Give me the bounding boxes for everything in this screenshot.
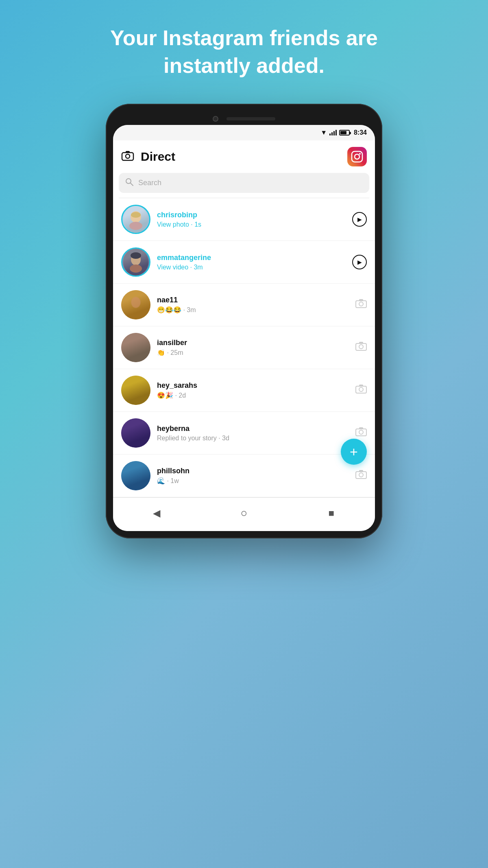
preview-hey-sarahs: 😍🎉 · 2d <box>157 391 349 399</box>
action-emmatangerine[interactable]: ▶ <box>352 255 367 269</box>
svg-point-13 <box>131 252 141 259</box>
instagram-button[interactable] <box>347 147 367 166</box>
recent-icon: ■ <box>328 507 334 519</box>
svg-point-17 <box>359 302 363 306</box>
username-hey-sarahs: hey_sarahs <box>157 381 349 390</box>
phone-camera <box>213 116 218 122</box>
message-item-nae11[interactable]: nae11 😁😂😂 · 3m <box>113 284 375 326</box>
avatar-wrap-iansilber <box>121 333 150 362</box>
svg-point-12 <box>130 265 142 273</box>
svg-point-15 <box>131 297 140 308</box>
app-header: Direct <box>113 140 375 173</box>
messages-list: chrisrobinp View photo · 1s ▶ <box>113 198 375 497</box>
status-icons: ▼ 8:34 <box>320 129 367 136</box>
camera-icon-heyberna[interactable] <box>355 427 367 439</box>
avatar-nae11 <box>121 290 150 319</box>
message-item-hey-sarahs[interactable]: hey_sarahs 😍🎉 · 2d <box>113 369 375 412</box>
message-content-emmatangerine: emmatangerine View video · 3m <box>157 254 346 271</box>
svg-rect-21 <box>359 342 363 344</box>
action-phillsohn[interactable] <box>355 470 367 482</box>
avatar-wrap-phillsohn <box>121 461 150 490</box>
message-item-emmatangerine[interactable]: emmatangerine View video · 3m ▶ <box>113 241 375 284</box>
preview-emmatangerine: View video · 3m <box>157 264 346 271</box>
avatar-phillsohn <box>121 461 150 490</box>
signal-icon <box>329 130 337 136</box>
home-icon: ○ <box>241 507 248 520</box>
username-phillsohn: phillsohn <box>157 467 349 475</box>
username-chrisrobinp: chrisrobinp <box>157 211 346 219</box>
svg-point-4 <box>355 154 359 159</box>
preview-heyberna: Replied to your story · 3d <box>157 435 349 442</box>
avatar-wrap-heyberna <box>121 418 150 448</box>
nav-home-button[interactable]: ○ <box>234 505 254 521</box>
camera-icon-hey-sarahs[interactable] <box>355 384 367 397</box>
svg-rect-24 <box>359 385 363 387</box>
header-left: Direct <box>121 150 175 164</box>
message-item-phillsohn[interactable]: phillsohn 🌊 · 1w <box>113 455 375 497</box>
message-item-iansilber[interactable]: iansilber 👏 · 25m <box>113 326 375 369</box>
arrow-button-emmatangerine[interactable]: ▶ <box>352 255 367 269</box>
avatar-wrap-chrisrobinp <box>121 205 150 234</box>
svg-rect-3 <box>352 151 362 162</box>
svg-point-23 <box>359 387 363 391</box>
svg-point-10 <box>131 212 141 218</box>
nav-back-button[interactable]: ◀ <box>146 505 167 521</box>
phone-speaker <box>227 117 275 120</box>
svg-point-26 <box>359 430 363 434</box>
message-content-hey-sarahs: hey_sarahs 😍🎉 · 2d <box>157 381 349 399</box>
message-content-chrisrobinp: chrisrobinp View photo · 1s <box>157 211 346 228</box>
action-nae11[interactable] <box>355 299 367 311</box>
message-content-heyberna: heyberna Replied to your story · 3d <box>157 424 349 442</box>
message-content-nae11: nae11 😁😂😂 · 3m <box>157 296 349 314</box>
camera-icon-iansilber[interactable] <box>355 341 367 354</box>
message-content-phillsohn: phillsohn 🌊 · 1w <box>157 467 349 485</box>
svg-rect-18 <box>359 299 363 301</box>
phone-screen: ▼ 8:34 <box>113 125 375 531</box>
camera-icon-nae11[interactable] <box>355 299 367 311</box>
username-emmatangerine: emmatangerine <box>157 254 346 262</box>
action-chrisrobinp[interactable]: ▶ <box>352 212 367 227</box>
svg-point-29 <box>359 473 363 477</box>
avatar-emmatangerine <box>121 247 150 277</box>
action-heyberna[interactable] <box>355 427 367 439</box>
compose-fab-button[interactable]: + <box>341 439 367 465</box>
message-content-iansilber: iansilber 👏 · 25m <box>157 339 349 356</box>
svg-point-5 <box>359 153 361 155</box>
avatar-hey-sarahs <box>121 376 150 405</box>
avatar-wrap-hey-sarahs <box>121 376 150 405</box>
battery-icon <box>339 130 350 136</box>
arrow-button-chrisrobinp[interactable]: ▶ <box>352 212 367 227</box>
username-iansilber: iansilber <box>157 339 349 347</box>
page-headline: Your Instagram friends are instantly add… <box>110 24 378 79</box>
camera-icon-phillsohn[interactable] <box>355 470 367 482</box>
svg-point-6 <box>126 179 131 184</box>
svg-point-20 <box>359 345 363 349</box>
action-hey-sarahs[interactable] <box>355 384 367 397</box>
search-placeholder: Search <box>138 179 161 187</box>
search-icon <box>125 178 133 188</box>
camera-header-button[interactable] <box>121 150 134 164</box>
phone-device: ▼ 8:34 <box>106 104 382 538</box>
message-item-chrisrobinp[interactable]: chrisrobinp View photo · 1s ▶ <box>113 198 375 241</box>
avatar-chrisrobinp <box>121 205 150 234</box>
action-iansilber[interactable] <box>355 341 367 354</box>
phone-nav-bar: ◀ ○ ■ <box>113 497 375 531</box>
username-heyberna: heyberna <box>157 424 349 433</box>
phone-top-bar <box>113 111 375 125</box>
username-nae11: nae11 <box>157 296 349 304</box>
fab-plus-icon: + <box>350 444 358 460</box>
message-item-heyberna[interactable]: heyberna Replied to your story · 3d <box>113 412 375 455</box>
screen-content: Direct Search <box>113 140 375 531</box>
nav-recent-button[interactable]: ■ <box>321 505 342 521</box>
wifi-icon: ▼ <box>320 129 327 136</box>
preview-iansilber: 👏 · 25m <box>157 349 349 356</box>
svg-line-7 <box>131 183 133 186</box>
avatar-heyberna <box>121 418 150 448</box>
back-icon: ◀ <box>153 507 160 519</box>
preview-chrisrobinp: View photo · 1s <box>157 221 346 228</box>
search-bar[interactable]: Search <box>119 173 369 193</box>
svg-rect-27 <box>359 427 363 429</box>
status-bar: ▼ 8:34 <box>113 125 375 140</box>
avatar-wrap-emmatangerine <box>121 247 150 277</box>
avatar-wrap-nae11 <box>121 290 150 319</box>
